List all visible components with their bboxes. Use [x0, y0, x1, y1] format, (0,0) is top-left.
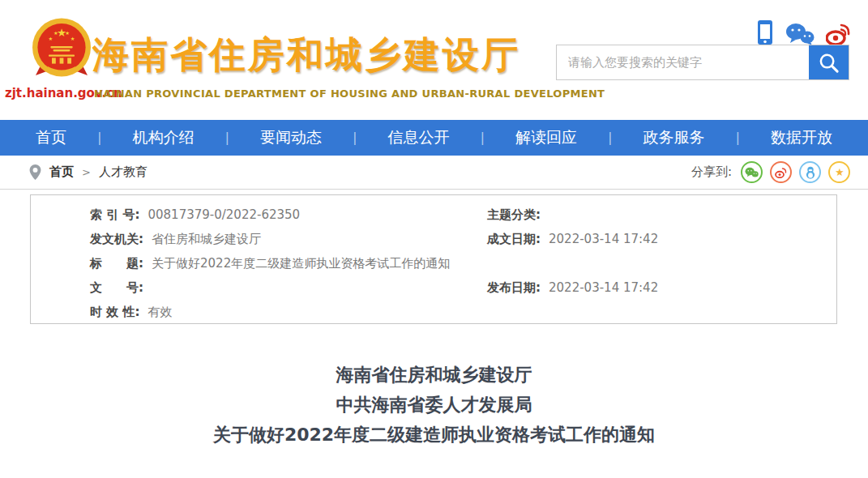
nav-separator: | — [736, 130, 740, 145]
meta-row: 标 题: 关于做好2022年度二级建造师执业资格考试工作的通知 — [31, 251, 836, 275]
article-title-line-3: 关于做好2022年度二级建造师执业资格考试工作的通知 — [0, 420, 868, 450]
meta-row: 发文机关: 省住房和城乡建设厅 成文日期: 2022-03-14 17:42 — [31, 227, 836, 251]
article-title-line-2: 中共海南省委人才发展局 — [0, 390, 868, 420]
meta-category-label: 主题分类: — [487, 207, 541, 223]
svg-text:★: ★ — [53, 30, 58, 36]
national-emblem-logo[interactable]: ★ ★ ★ ★ ★ — [29, 13, 94, 86]
site-header: ★ ★ ★ ★ ★ zjt.hainan.gov.cn 海南省住房和城乡建设厅 … — [0, 0, 868, 120]
article-title-line-1: 海南省住房和城乡建设厅 — [0, 360, 868, 390]
meta-publish-date-value: 2022-03-14 17:42 — [549, 280, 658, 295]
meta-issuer-value: 省住房和城乡建设厅 — [152, 232, 261, 247]
national-emblem-icon: ★ ★ ★ ★ ★ — [29, 13, 94, 86]
search-button[interactable] — [809, 45, 849, 79]
meta-row: 索 引 号: 00817379-0/2022-62350 主题分类: — [31, 203, 836, 227]
meta-row: 时 效 性: 有效 — [31, 300, 836, 324]
meta-written-date-value: 2022-03-14 17:42 — [549, 232, 658, 246]
share-label: 分享到: — [691, 164, 732, 180]
share-qzone-button[interactable]: ★ — [828, 161, 850, 183]
meta-doc-number: 文 号: — [31, 280, 487, 296]
meta-publish-date: 发布日期: 2022-03-14 17:42 — [487, 280, 836, 296]
meta-title-label: 标 题: — [90, 256, 143, 271]
weibo-icon — [775, 167, 787, 178]
wechat-icon — [745, 167, 759, 178]
meta-written-date-label: 成文日期: — [487, 232, 541, 247]
meta-doc-number-label: 文 号: — [90, 280, 143, 296]
section-divider — [0, 189, 868, 190]
nav-separator: | — [353, 130, 357, 145]
meta-issuer-label: 发文机关: — [90, 232, 143, 247]
breadcrumb-separator: > — [82, 166, 91, 178]
meta-written-date: 成文日期: 2022-03-14 17:42 — [487, 232, 836, 247]
meta-category: 主题分类: — [487, 207, 836, 223]
meta-title: 标 题: 关于做好2022年度二级建造师执业资格考试工作的通知 — [31, 256, 487, 271]
article-title: 海南省住房和城乡建设厅 中共海南省委人才发展局 关于做好2022年度二级建造师执… — [0, 360, 868, 450]
site-subtitle: HAINAN PROVINCIAL DEPARTMENT OF HOUSING … — [94, 87, 605, 100]
svg-text:★: ★ — [835, 166, 844, 178]
nav-separator: | — [608, 130, 612, 145]
meta-validity-label: 时 效 性: — [90, 305, 139, 320]
svg-text:★: ★ — [65, 30, 70, 36]
nav-item-about[interactable]: 机构介绍 — [133, 127, 195, 148]
nav-separator: | — [225, 130, 229, 145]
nav-item-interpretation[interactable]: 解读回应 — [515, 127, 577, 148]
breadcrumb-bar: 首页 > 人才教育 分享到: — [0, 156, 868, 189]
share-qq-button[interactable] — [799, 161, 821, 183]
svg-text:★: ★ — [49, 36, 53, 42]
site-title: 海南省住房和城乡建设厅 — [92, 31, 520, 79]
meta-index: 索 引 号: 00817379-0/2022-62350 — [31, 207, 487, 223]
breadcrumb: 首页 > 人才教育 — [29, 156, 148, 189]
search-icon — [818, 52, 840, 74]
meta-validity: 时 效 性: 有效 — [31, 305, 487, 320]
svg-text:★: ★ — [71, 36, 75, 42]
share-area: 分享到: — [691, 156, 850, 189]
share-weibo-button[interactable] — [770, 161, 792, 183]
qq-penguin-icon — [805, 166, 816, 179]
meta-row: 文 号: 发布日期: 2022-03-14 17:42 — [31, 275, 836, 300]
meta-index-value: 00817379-0/2022-62350 — [148, 207, 300, 222]
breadcrumb-current[interactable]: 人才教育 — [99, 164, 148, 180]
meta-publish-date-label: 发布日期: — [487, 280, 541, 296]
location-pin-icon — [29, 164, 41, 180]
main-nav: 首页 | 机构介绍 | 要闻动态 | 信息公开 | 解读回应 | 政务服务 | … — [0, 120, 868, 156]
nav-item-info-disclosure[interactable]: 信息公开 — [388, 127, 450, 148]
search-box — [556, 45, 849, 80]
qzone-star-icon: ★ — [833, 166, 846, 179]
document-meta-box: 索 引 号: 00817379-0/2022-62350 主题分类: 发文机关:… — [30, 194, 837, 324]
breadcrumb-home[interactable]: 首页 — [49, 164, 74, 180]
meta-index-label: 索 引 号: — [90, 207, 139, 223]
share-wechat-button[interactable] — [741, 161, 763, 183]
meta-title-value: 关于做好2022年度二级建造师执业资格考试工作的通知 — [152, 256, 450, 271]
meta-issuer: 发文机关: 省住房和城乡建设厅 — [31, 232, 487, 247]
nav-item-home[interactable]: 首页 — [36, 127, 66, 148]
nav-item-gov-services[interactable]: 政务服务 — [644, 127, 705, 148]
nav-separator: | — [481, 130, 485, 145]
meta-validity-value: 有效 — [148, 305, 172, 320]
nav-item-open-data[interactable]: 数据开放 — [771, 127, 832, 148]
search-input[interactable] — [557, 45, 809, 79]
nav-separator: | — [97, 130, 101, 145]
nav-item-news[interactable]: 要闻动态 — [260, 127, 322, 148]
